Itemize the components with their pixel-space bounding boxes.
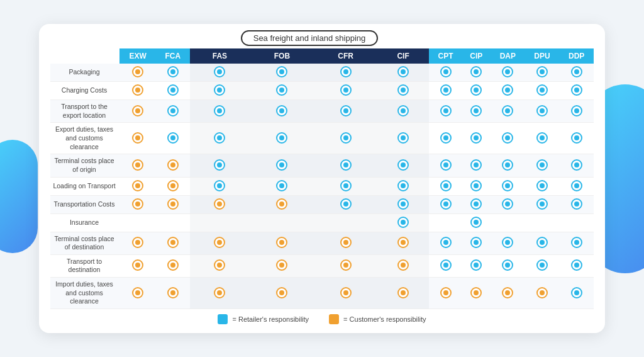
table-row: Transportation Costs	[50, 195, 594, 213]
orange-circle	[470, 287, 482, 298]
table-cell	[314, 177, 377, 195]
col-cfr: CFR	[314, 48, 377, 64]
blue-circle	[470, 198, 482, 210]
table-cell	[250, 154, 314, 177]
col-cif: CIF	[377, 48, 430, 64]
blue-circle	[470, 217, 482, 228]
table-cell	[156, 278, 189, 309]
blue-circle	[397, 105, 409, 116]
table-cell	[119, 123, 156, 154]
table-cell	[525, 278, 560, 309]
table-cell	[119, 64, 156, 82]
col-cpt: CPT	[429, 48, 462, 64]
orange-circle	[340, 237, 352, 248]
table-cell	[462, 177, 491, 195]
table-cell	[156, 195, 189, 213]
table-cell	[377, 154, 430, 177]
blue-circle	[276, 105, 287, 116]
col-fob: FOB	[250, 48, 314, 64]
blue-circle	[397, 84, 409, 96]
blue-circle	[536, 198, 548, 210]
blue-circle	[536, 237, 548, 248]
blue-circle	[536, 105, 548, 116]
table-cell	[119, 100, 156, 123]
blue-circle	[536, 132, 548, 144]
blue-circle	[397, 180, 409, 191]
row-label: Insurance	[50, 213, 119, 232]
table-cell	[314, 254, 377, 277]
blue-circle	[397, 217, 409, 228]
retailer-label: = Retailer's responsibility	[232, 315, 309, 323]
blue-circle	[470, 259, 482, 271]
row-label: Transportation Costs	[50, 195, 119, 213]
orange-circle	[397, 287, 409, 298]
blue-circle	[167, 84, 179, 96]
blue-circle	[440, 237, 452, 248]
table-cell	[462, 278, 491, 309]
blue-circle	[470, 132, 482, 144]
blue-circle	[440, 159, 452, 171]
blue-circle	[571, 132, 582, 144]
orange-circle	[132, 287, 143, 298]
orange-circle	[167, 259, 179, 271]
table-cell	[429, 123, 462, 154]
blue-circle	[536, 66, 548, 77]
orange-circle	[132, 105, 143, 116]
incoterms-table: Sea freight and inland shipping EXW FCA …	[50, 30, 594, 309]
orange-circle	[214, 287, 225, 298]
empty-circle	[536, 217, 548, 228]
table-cell	[119, 232, 156, 254]
table-cell	[491, 232, 525, 254]
orange-circle	[340, 287, 352, 298]
table-cell	[429, 64, 462, 82]
blue-circle	[276, 84, 287, 96]
blue-circle	[440, 198, 452, 210]
table-cell	[429, 100, 462, 123]
legend-customer: = Customer's responsibility	[329, 314, 426, 324]
empty-circle	[132, 217, 143, 228]
table-cell	[559, 213, 594, 232]
table-cell	[377, 64, 430, 82]
table-cell	[491, 82, 525, 100]
table-cell	[462, 213, 491, 232]
table-cell	[525, 123, 560, 154]
orange-circle	[132, 180, 143, 191]
table-cell	[491, 177, 525, 195]
orange-circle	[214, 237, 225, 248]
table-cell	[429, 213, 462, 232]
table-cell	[250, 232, 314, 254]
table-cell	[525, 232, 560, 254]
col-fas: FAS	[190, 48, 250, 64]
empty-circle	[440, 217, 452, 228]
table-cell	[156, 213, 189, 232]
table-cell	[250, 64, 314, 82]
bg-blob-left	[0, 140, 38, 253]
table-cell	[314, 64, 377, 82]
blue-circle	[440, 105, 452, 116]
table-cell	[190, 123, 250, 154]
table-cell	[559, 64, 594, 82]
table-row: Terminal costs place of origin	[50, 154, 594, 177]
blue-circle	[502, 180, 513, 191]
col-exw: EXW	[119, 48, 156, 64]
orange-circle	[132, 237, 143, 248]
table-cell	[559, 177, 594, 195]
table-cell	[314, 82, 377, 100]
table-cell	[559, 278, 594, 309]
blue-circle	[536, 180, 548, 191]
orange-circle	[340, 259, 352, 271]
row-label: Export duties, taxes and customs clearan…	[50, 123, 119, 154]
table-cell	[559, 82, 594, 100]
blue-circle	[214, 105, 225, 116]
table-cell	[462, 154, 491, 177]
table-cell	[377, 254, 430, 277]
table-cell	[462, 64, 491, 82]
col-dpu: DPU	[525, 48, 560, 64]
table-row: Import duties, taxes and customs clearan…	[50, 278, 594, 309]
blue-circle	[502, 105, 513, 116]
table-cell	[156, 82, 189, 100]
orange-circle	[440, 287, 452, 298]
table-cell	[190, 213, 250, 232]
row-label: Charging Costs	[50, 82, 119, 100]
row-label: Packaging	[50, 64, 119, 82]
